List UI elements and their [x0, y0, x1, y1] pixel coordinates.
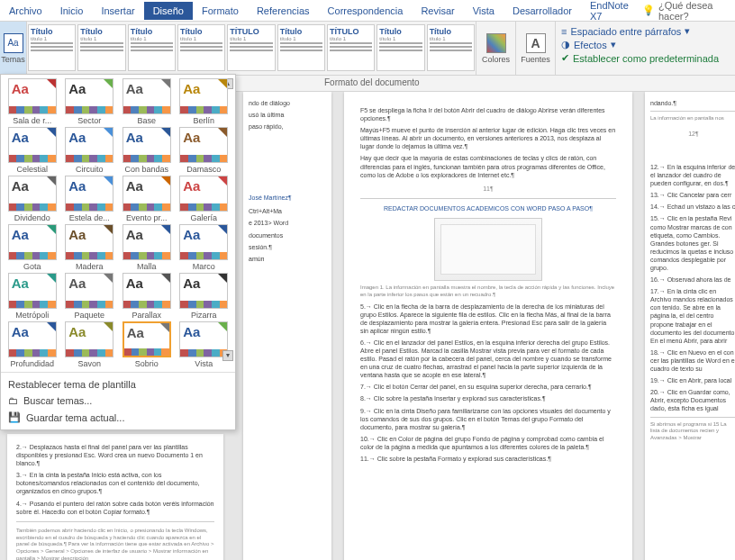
temas-label: Temas	[1, 55, 25, 64]
theme-savon[interactable]: AaSavon	[62, 321, 118, 368]
theme-vista[interactable]: AaVista	[177, 321, 232, 368]
theme-marco[interactable]: AaMarco	[177, 224, 232, 271]
theme-eventopr[interactable]: AaEvento pr...	[119, 176, 175, 222]
theme-madera[interactable]: AaMadera	[62, 224, 118, 271]
temas-button[interactable]: Aa Temas	[0, 22, 27, 75]
theme-malla[interactable]: AaMalla	[119, 224, 175, 271]
style-preview[interactable]: TÍTULOtítulo 1	[327, 24, 375, 71]
chevron-down-icon: ▾	[611, 39, 616, 50]
folder-icon: 🗀	[8, 395, 18, 406]
effects-icon: ◑	[561, 39, 570, 50]
ribbon-tabs: ArchivoInicioInsertarDiseñoFormatoRefere…	[0, 0, 735, 22]
theme-salader[interactable]: AaSala de r...	[5, 78, 60, 125]
set-default-button[interactable]: ✔Establecer como predeterminada	[561, 52, 730, 64]
document-page: 2.→ Desplazaos hasta el final del panel …	[7, 434, 223, 560]
theme-estelade[interactable]: AaEstela de...	[62, 176, 118, 222]
theme-conbandas[interactable]: AaCon bandas	[119, 127, 175, 174]
document-page: ndando.¶La información en pantalla nos12…	[645, 92, 735, 560]
dropdown-footer: Restablecer tema de plantilla 🗀Buscar te…	[1, 372, 235, 429]
bulb-icon: 💡	[642, 5, 655, 16]
theme-celestial[interactable]: AaCelestial	[5, 127, 60, 174]
browse-themes-item[interactable]: 🗀Buscar temas...	[8, 393, 228, 409]
tab-vista[interactable]: Vista	[464, 2, 504, 20]
reset-theme-item[interactable]: Restablecer tema de plantilla	[8, 376, 228, 393]
theme-gota[interactable]: AaGota	[5, 224, 60, 271]
tab-revisar[interactable]: Revisar	[412, 2, 463, 20]
style-preview[interactable]: Títulotítulo 1	[427, 24, 475, 71]
document-page: F5 se despliega la ficha Ir del botón Ab…	[344, 92, 632, 560]
themes-icon: Aa	[4, 33, 23, 53]
scroll-down-arrow[interactable]: ▾	[222, 350, 233, 361]
style-preview[interactable]: Títulotítulo 1	[28, 24, 76, 71]
tab-referencias[interactable]: Referencias	[248, 2, 319, 20]
theme-parallax[interactable]: AaParallax	[119, 273, 175, 320]
tab-diseño[interactable]: Diseño	[144, 2, 193, 20]
theme-paquete[interactable]: AaPaquete	[62, 273, 118, 320]
paragraph-spacing-button[interactable]: ≡Espaciado entre párrafos ▾	[561, 25, 730, 37]
document-formatting-gallery[interactable]: Títulotítulo 1Títulotítulo 1Títulotítulo…	[27, 22, 476, 75]
theme-circuito[interactable]: AaCircuito	[62, 127, 118, 174]
tab-correspondencia[interactable]: Correspondencia	[319, 2, 413, 20]
save-theme-item[interactable]: 💾Guardar tema actual...	[8, 409, 228, 426]
chevron-down-icon: ▾	[685, 25, 690, 37]
ribbon-right-options: ≡Espaciado entre párrafos ▾ ◑Efectos ▾ ✔…	[555, 22, 735, 75]
document-page: ndo de diálogousó la últimapaso rápido,J…	[243, 92, 331, 560]
theme-sobrio[interactable]: AaSobrio	[119, 321, 175, 368]
fonts-icon: A	[526, 33, 546, 53]
ribbon-content: Aa Temas Títulotítulo 1Títulotítulo 1Tít…	[0, 22, 735, 76]
style-preview[interactable]: Títulotítulo 1	[128, 24, 176, 71]
effects-button[interactable]: ◑Efectos ▾	[561, 39, 730, 50]
theme-dividendo[interactable]: AaDividendo	[5, 176, 60, 222]
tab-insertar[interactable]: Insertar	[92, 2, 143, 20]
left-doc-background: 2.→ Desplazaos hasta el final del panel …	[0, 427, 236, 560]
spacing-icon: ≡	[561, 26, 567, 37]
style-preview[interactable]: TÍTULOtítulo 1	[227, 24, 275, 71]
style-preview[interactable]: Títulotítulo 1	[377, 24, 424, 71]
theme-sector[interactable]: AaSector	[62, 78, 118, 125]
themes-dropdown: ▴ AaSala de r...AaSectorAaBaseAaBerlínAa…	[0, 74, 236, 430]
style-preview[interactable]: Títulotítulo 1	[77, 24, 125, 71]
colors-button[interactable]: Colores	[476, 22, 515, 75]
image-placeholder	[434, 218, 542, 281]
tab-desarrollador[interactable]: Desarrollador	[504, 2, 581, 20]
fonts-label: Fuentes	[521, 55, 550, 64]
theme-base[interactable]: AaBase	[119, 78, 175, 125]
theme-pizarra[interactable]: AaPizarra	[177, 273, 232, 320]
theme-profundidad[interactable]: AaProfundidad	[5, 321, 60, 368]
style-preview[interactable]: Títulotítulo 1	[277, 24, 325, 71]
theme-galera[interactable]: AaGalería	[177, 176, 232, 222]
theme-berln[interactable]: AaBerlín	[177, 78, 232, 125]
document-area[interactable]: ndo de diálogousó la últimapaso rápido,J…	[236, 92, 735, 560]
tab-archivo[interactable]: Archivo	[0, 2, 51, 20]
tab-formato[interactable]: Formato	[193, 2, 248, 20]
theme-damasco[interactable]: AaDamasco	[177, 127, 232, 174]
colors-icon	[486, 33, 506, 53]
style-preview[interactable]: Títulotítulo 1	[177, 24, 225, 71]
fonts-button[interactable]: A Fuentes	[515, 22, 555, 75]
theme-metrpoli[interactable]: AaMetrópoli	[5, 273, 60, 320]
save-icon: 💾	[8, 411, 21, 423]
tell-me-search[interactable]: 💡¿Qué desea hacer?	[642, 0, 735, 22]
check-icon: ✔	[561, 52, 569, 64]
colors-label: Colores	[482, 55, 510, 64]
tab-inicio[interactable]: Inicio	[51, 2, 93, 20]
